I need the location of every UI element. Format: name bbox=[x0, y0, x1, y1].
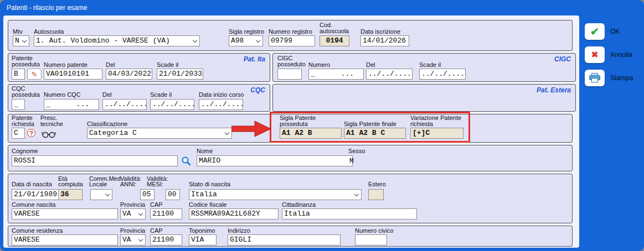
presc-tecniche-label-2: tecniche bbox=[40, 121, 63, 127]
cap-residenza-label: CAP bbox=[150, 228, 163, 234]
patente-richiesta-label-2: richiesta bbox=[12, 121, 34, 127]
provincia-residenza-label: Provincia bbox=[120, 228, 145, 234]
estero-label: Estero bbox=[368, 181, 386, 187]
cigc-scade-input[interactable]: ../../.... bbox=[419, 69, 466, 80]
cap-nascita-label: CAP bbox=[150, 202, 163, 208]
cqc-del-label: Del bbox=[102, 92, 112, 98]
cap-nascita-input[interactable]: 21100 bbox=[150, 208, 182, 219]
cigc-numero-input[interactable]: _ ... bbox=[308, 69, 364, 80]
cqc-title: CQC bbox=[250, 86, 265, 94]
chevron-down-icon bbox=[193, 38, 197, 43]
comune-residenza-input[interactable]: VARESE bbox=[12, 234, 118, 245]
nome-input[interactable]: MARIO bbox=[197, 155, 353, 166]
richiesta-panel: Patente richiesta C ? Presc. tecniche Cl… bbox=[8, 114, 573, 143]
cancel-x-icon: ✖ bbox=[585, 46, 605, 63]
printer-icon bbox=[585, 70, 605, 86]
glasses-icon[interactable] bbox=[42, 130, 56, 139]
cigc-posseduto-label-2: posseduto bbox=[277, 61, 306, 67]
cqc-posseduta-input[interactable]: _ bbox=[12, 99, 25, 110]
cod-autoscuola-label-2: autoscuola bbox=[320, 28, 349, 34]
numero-registro-label: Numero registro bbox=[269, 29, 312, 35]
comm-med-select[interactable] bbox=[90, 189, 112, 200]
patente-posseduta-label-2: posseduta bbox=[12, 61, 40, 67]
red-arrow-icon bbox=[231, 121, 271, 138]
toponimo-input[interactable]: VIA bbox=[189, 234, 217, 245]
search-button[interactable] bbox=[181, 156, 191, 167]
cittadinanza-input[interactable]: Italia bbox=[282, 208, 417, 219]
cigc-del-input[interactable]: ../../.... bbox=[366, 69, 413, 80]
annulla-button[interactable]: ✖ Annulla bbox=[585, 46, 632, 63]
numero-civico-input[interactable] bbox=[355, 234, 387, 245]
edit-pencil-icon: ✎ bbox=[32, 70, 38, 79]
sigla-registro-label: Sigla registro bbox=[229, 29, 264, 35]
stampa-button-label: Stampa bbox=[610, 74, 633, 82]
sigla-registro-select[interactable]: A98 bbox=[229, 35, 263, 46]
cqc-inizio-input[interactable]: ../../.... bbox=[199, 99, 243, 110]
cqc-scade-input[interactable]: ../../.... bbox=[150, 99, 194, 110]
cqc-numero-input[interactable]: _ ... bbox=[44, 99, 99, 110]
patente-richiesta-input[interactable]: C bbox=[12, 128, 25, 139]
comune-nascita-label: Comune nascita bbox=[12, 202, 56, 208]
patente-posseduta-input[interactable]: B bbox=[12, 69, 25, 80]
comune-residenza-label: Comune residenza bbox=[12, 228, 63, 234]
estero-field bbox=[368, 189, 384, 200]
titlebar[interactable]: Patenti - rilascio per esame bbox=[0, 0, 644, 15]
cigc-numero-label: Numero bbox=[308, 62, 330, 68]
cognome-input[interactable]: ROSSI bbox=[12, 155, 178, 166]
pat-ita-scade-input[interactable]: 21/01/2033 bbox=[157, 69, 203, 80]
validita-mesi-input[interactable]: 00 bbox=[166, 189, 180, 200]
sigla-posseduta-field: A1 A2 B bbox=[280, 128, 342, 139]
nome-label: Nome bbox=[197, 148, 213, 154]
variazione-label-2: richiesta bbox=[410, 121, 433, 127]
provincia-nascita-label: Provincia bbox=[120, 202, 145, 208]
cigc-panel: CIGC CIGC posseduto Numero _ ... Del ../… bbox=[272, 53, 576, 82]
check-icon: ✔ bbox=[585, 23, 605, 40]
cqc-scade-label: Scade il bbox=[150, 92, 172, 98]
autoscuola-select[interactable]: 1. Aut. Voldomino - VARESE (VA) bbox=[34, 35, 200, 46]
cap-residenza-input[interactable]: 21100 bbox=[150, 234, 182, 245]
form-area: Mtv N Autoscuola 1. Aut. Voldomino - VAR… bbox=[3, 15, 579, 248]
chevron-down-icon bbox=[138, 211, 143, 216]
residenza-panel: Comune residenza VARESE Provincia VA CAP… bbox=[8, 226, 573, 247]
pat-ita-panel: Pat. Ita Patente posseduta B ✎ Numero pa… bbox=[8, 53, 270, 82]
sesso-value: M bbox=[349, 157, 354, 165]
comune-nascita-input[interactable]: VARESE bbox=[12, 208, 118, 219]
provincia-residenza-select[interactable]: VA bbox=[120, 234, 146, 245]
validita-anni-input[interactable]: 05 bbox=[140, 189, 154, 200]
mtv-select[interactable]: N bbox=[13, 35, 29, 46]
validita-mesi-label-2: MESI: bbox=[147, 181, 163, 187]
numero-patente-input[interactable]: VA01010101 bbox=[44, 69, 102, 80]
ok-button[interactable]: ✔ OK bbox=[585, 23, 620, 40]
cigc-posseduto-input[interactable] bbox=[277, 69, 302, 80]
numero-registro-input[interactable]: 09799 bbox=[269, 35, 315, 46]
validita-anni-label-2: ANNI: bbox=[120, 181, 136, 187]
chevron-down-icon bbox=[138, 237, 143, 242]
data-iscrizione-input[interactable]: 14/01/2026 bbox=[360, 35, 409, 46]
chevron-down-icon bbox=[22, 38, 27, 43]
cqc-del-input[interactable]: ../../.... bbox=[102, 99, 147, 110]
action-sidebar: ✔ OK ✖ Annulla Stampa bbox=[579, 0, 644, 251]
data-nascita-input[interactable]: 21/01/1989 bbox=[12, 189, 60, 200]
anagrafica-panel: Cognome ROSSI Nome MARIO Sesso M bbox=[8, 145, 573, 171]
data-iscrizione-label: Data iscrizione bbox=[360, 29, 400, 35]
provincia-nascita-select[interactable]: VA bbox=[120, 208, 146, 219]
codice-fiscale-input[interactable]: RSSMRA89A21L682Y bbox=[189, 208, 279, 219]
cod-autoscuola-field: 0194 bbox=[320, 35, 349, 46]
edit-patente-button[interactable]: ✎ bbox=[27, 69, 42, 80]
eta-label-2: compiuta bbox=[58, 181, 83, 187]
indirizzo-label: Indirizzo bbox=[228, 228, 250, 234]
classificazione-select[interactable]: Categoria C bbox=[87, 128, 232, 139]
help-icon[interactable]: ? bbox=[27, 129, 35, 137]
pat-estera-panel: Pat. Estera bbox=[272, 84, 576, 112]
stampa-button[interactable]: Stampa bbox=[585, 70, 633, 86]
pat-ita-del-input[interactable]: 04/03/2022 bbox=[106, 69, 152, 80]
toponimo-label: Toponimo bbox=[189, 228, 215, 234]
sigla-finale-field: A1 A2 B C bbox=[344, 128, 406, 139]
cigc-scade-label: Scade il bbox=[419, 62, 441, 68]
indirizzo-input[interactable]: GIGLI bbox=[228, 234, 341, 245]
nascita-panel: Data di nascita 21/01/1989 Età compiuta … bbox=[8, 174, 573, 223]
codice-fiscale-label: Codice fiscale bbox=[189, 202, 226, 208]
sigla-finale-label: Sigla Patente finale bbox=[344, 121, 396, 127]
cigc-del-label: Del bbox=[366, 62, 375, 68]
stato-nascita-select[interactable]: Italia bbox=[189, 189, 362, 200]
